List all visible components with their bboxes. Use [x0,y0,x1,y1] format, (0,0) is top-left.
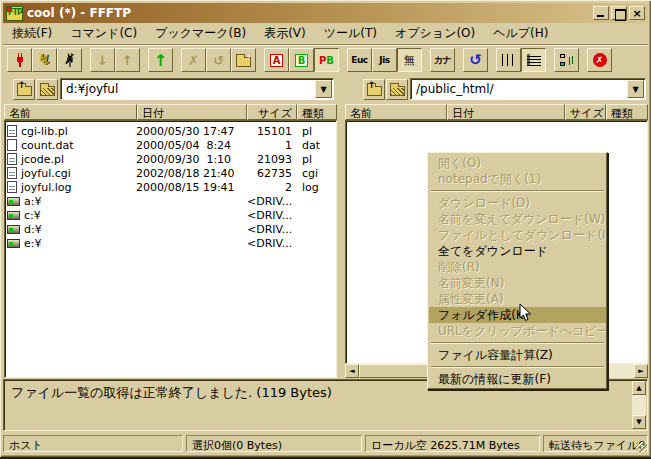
chevron-down-icon[interactable]: ▼ [315,80,332,98]
toolbar-separator [82,48,90,72]
drive-icon [7,225,20,234]
menu-item-make-folder[interactable]: フォルダ作成(K) [429,307,606,323]
kana-conversion-button[interactable]: カナ [430,48,455,72]
auto-mode-button[interactable]: PB [314,48,339,72]
detail-view-button[interactable] [521,48,546,72]
status-selection: 選択0個(0 Bytes) [186,435,362,452]
drive-row[interactable]: c:¥ <DRIV... [5,208,336,222]
remote-change-folder-button[interactable] [386,79,408,100]
sort-button[interactable] [554,48,579,72]
undo-button[interactable]: ↺ [206,48,231,72]
menu-item-download-as-file[interactable]: ファイルとしてダウンロード(I) [429,227,606,243]
undo-arrow-icon: ↺ [213,53,224,68]
context-menu: 開く(O) notepadで開く(1) ダウンロード(D) 名前を変えてダウンロ… [427,152,608,390]
remote-header-type[interactable]: 種類 [606,104,648,120]
toolbar-separator [339,48,347,72]
menu-item-download-all[interactable]: 全てをダウンロード [429,243,606,259]
drive-row[interactable]: e:¥ <DRIV... [5,236,336,250]
upload-arrow-icon: ↑ [122,53,133,68]
ffftp-window: cool (*) - FFFTP × 接続(F) コマンド(C) ブックマーク(… [0,0,651,459]
menu-separator [431,190,604,192]
remote-header-size[interactable]: サイズ [565,104,606,120]
remote-path-value: /public_html/ [411,82,627,96]
connect-button[interactable] [7,48,32,72]
remote-path-combobox[interactable]: /public_html/ ▼ [410,78,646,100]
local-change-folder-button[interactable] [36,79,58,100]
menu-item-refresh[interactable]: 最新の情報に更新(F) [429,371,606,387]
menu-help[interactable]: ヘルプ(H) [484,23,557,44]
remote-up-folder-button[interactable]: ↑ [363,79,385,100]
plug-icon [15,53,25,67]
jis-mode-button[interactable]: Jis [372,48,397,72]
delete-button[interactable]: ✗ [181,48,206,72]
close-button[interactable]: × [629,6,645,20]
resize-grip[interactable] [636,442,647,452]
binary-mode-button[interactable]: B [289,48,314,72]
local-file-list[interactable]: cgi-lib.pl 2000/05/30 17:47 15101 pl cou… [4,120,337,378]
menu-item-download-as[interactable]: 名前を変えてダウンロード(W) [429,211,606,227]
log-message: ファイル一覧の取得は正常終了しました. (119 Bytes) [11,384,332,402]
toolbar-separator [140,48,148,72]
menu-item-open-with-notepad[interactable]: notepadで開く(1) [429,171,606,187]
refresh-button[interactable]: ↺ [463,48,488,72]
menu-item-delete[interactable]: 削除(R) [429,259,606,275]
menu-bookmark[interactable]: ブックマーク(B) [146,23,255,44]
scroll-down-icon[interactable]: ▼ [632,415,646,429]
menu-item-download[interactable]: ダウンロード(D) [429,195,606,211]
menu-item-change-attributes[interactable]: 属性変更(A) [429,291,606,307]
local-header-name[interactable]: 名前 [4,104,137,120]
local-header-size[interactable]: サイズ [247,104,297,120]
remote-header-name[interactable]: 名前 [345,104,447,120]
new-folder-icon: ✶ [236,57,251,67]
remote-header-date[interactable]: 日付 [447,104,565,120]
drive-row[interactable]: d:¥ <DRIV... [5,222,336,236]
binary-b-icon: B [295,54,309,67]
upload-button[interactable]: ↑ [115,48,140,72]
window-title: cool (*) - FFFTP [27,6,591,20]
drive-row[interactable]: a:¥ <DRIV... [5,194,336,208]
file-row[interactable]: cgi-lib.pl 2000/05/30 17:47 15101 pl [5,124,336,138]
menu-options[interactable]: オプション(O) [386,23,484,44]
menu-connect[interactable]: 接続(F) [3,23,61,44]
list-view-button[interactable] [496,48,521,72]
file-row[interactable]: jcode.pl 2000/09/30 1:10 21093 pl [5,152,336,166]
menu-item-rename[interactable]: 名前変更(N) [429,275,606,291]
menu-command[interactable]: コマンド(C) [61,23,146,44]
abort-button[interactable]: ✗ [587,48,612,72]
quick-connect-button[interactable]: ↯ [32,48,57,72]
file-row[interactable]: count.dat 2000/05/04 8:24 1 dat [5,138,336,152]
log-vertical-scrollbar[interactable]: ▲ ▼ [632,381,646,429]
scroll-up-icon[interactable]: ▲ [632,381,646,395]
no-kanji-conversion-button[interactable]: 無 [397,48,422,72]
scroll-left-icon[interactable]: ◄ [345,364,359,378]
local-header-date[interactable]: 日付 [137,104,247,120]
file-row[interactable]: joyful.cgi 2002/08/18 21:40 62735 cgi [5,166,336,180]
chevron-down-icon[interactable]: ▼ [627,80,644,98]
document-icon [7,125,17,137]
status-local-free-space: ローカル空 2625.71M Bytes [365,435,540,452]
file-row[interactable]: joyful.log 2000/08/15 19:41 2 log [5,180,336,194]
local-header-type[interactable]: 種類 [297,104,337,120]
local-up-folder-button[interactable]: ↑ [13,79,35,100]
title-bar[interactable]: cool (*) - FFFTP × [3,3,648,23]
euc-mode-button[interactable]: Euc [347,48,372,72]
minimize-button[interactable] [593,6,609,20]
menu-tools[interactable]: ツール(T) [315,23,386,44]
menu-item-open[interactable]: 開く(O) [429,155,606,171]
disconnect-button[interactable]: ✗ [57,48,82,72]
ascii-mode-button[interactable]: A [264,48,289,72]
mirror-upload-button[interactable]: ↑ [148,48,173,72]
local-path-combobox[interactable]: d:¥joyful ▼ [60,78,334,100]
toolbar-separator [455,48,463,72]
download-button[interactable]: ↓ [90,48,115,72]
menu-item-copy-url[interactable]: URLをクリップボードへコピー(C) [429,323,606,339]
lightning-icon: ↯ [38,51,51,69]
maximize-button[interactable] [611,6,627,20]
menu-view[interactable]: 表示(V) [255,23,315,44]
menu-item-calc-file-size[interactable]: ファイル容量計算(Z) [429,347,606,363]
euc-label: Euc [351,55,367,65]
x-icon: ✗ [64,51,76,67]
scroll-right-icon[interactable]: ► [634,364,648,378]
make-directory-button[interactable]: ✶ [231,48,256,72]
ascii-a-icon: A [270,54,284,67]
